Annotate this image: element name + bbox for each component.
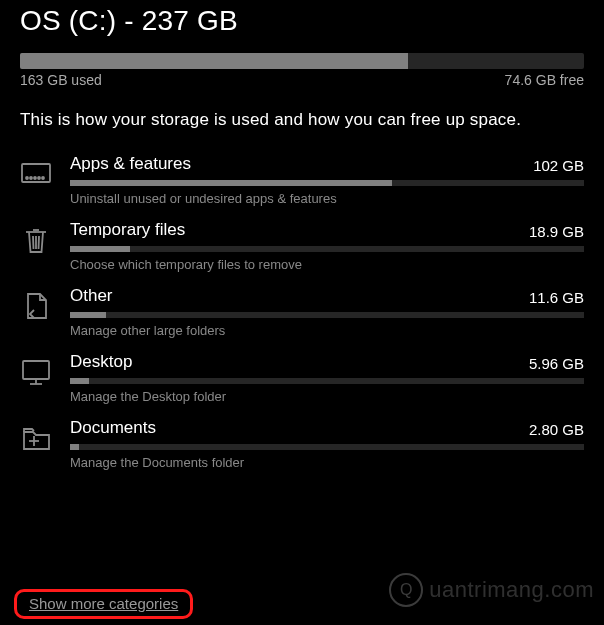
storage-usage-bar-used xyxy=(20,53,408,69)
category-name: Temporary files xyxy=(70,220,185,240)
annotation-highlight: Show more categories xyxy=(14,589,193,619)
storage-free-label: 74.6 GB free xyxy=(505,72,584,88)
category-size: 5.96 GB xyxy=(529,355,584,372)
watermark-text: uantrimang.com xyxy=(429,577,594,603)
category-size: 18.9 GB xyxy=(529,223,584,240)
desktop-icon xyxy=(20,352,70,388)
category-header: Desktop5.96 GB xyxy=(70,352,584,372)
category-body: Documents2.80 GBManage the Documents fol… xyxy=(70,418,584,470)
category-body: Apps & features102 GBUninstall unused or… xyxy=(70,154,584,206)
category-header: Other11.6 GB xyxy=(70,286,584,306)
category-bar-fill xyxy=(70,246,130,252)
page-title: OS (C:) - 237 GB xyxy=(20,0,584,47)
watermark: Q uantrimang.com xyxy=(389,573,594,607)
storage-usage-labels: 163 GB used 74.6 GB free xyxy=(20,72,584,88)
category-name: Desktop xyxy=(70,352,132,372)
storage-used-label: 163 GB used xyxy=(20,72,102,88)
apps-icon xyxy=(20,154,70,190)
documents-icon xyxy=(20,418,70,454)
category-documents[interactable]: Documents2.80 GBManage the Documents fol… xyxy=(20,418,584,484)
other-icon xyxy=(20,286,70,322)
svg-point-2 xyxy=(30,177,32,179)
category-description: Manage other large folders xyxy=(70,323,584,338)
svg-point-5 xyxy=(42,177,44,179)
category-other[interactable]: Other11.6 GBManage other large folders xyxy=(20,286,584,352)
category-bar xyxy=(70,180,584,186)
category-header: Apps & features102 GB xyxy=(70,154,584,174)
category-apps-features[interactable]: Apps & features102 GBUninstall unused or… xyxy=(20,154,584,220)
category-size: 102 GB xyxy=(533,157,584,174)
category-description: Manage the Desktop folder xyxy=(70,389,584,404)
category-bar-fill xyxy=(70,312,106,318)
category-body: Other11.6 GBManage other large folders xyxy=(70,286,584,338)
category-bar xyxy=(70,444,584,450)
category-body: Temporary files18.9 GBChoose which tempo… xyxy=(70,220,584,272)
category-temporary-files[interactable]: Temporary files18.9 GBChoose which tempo… xyxy=(20,220,584,286)
show-more-categories-link[interactable]: Show more categories xyxy=(29,595,178,612)
trash-icon xyxy=(20,220,70,256)
category-bar xyxy=(70,246,584,252)
svg-point-3 xyxy=(34,177,36,179)
category-size: 11.6 GB xyxy=(529,289,584,306)
svg-rect-9 xyxy=(23,361,49,379)
svg-line-8 xyxy=(39,236,40,249)
category-desktop[interactable]: Desktop5.96 GBManage the Desktop folder xyxy=(20,352,584,418)
storage-usage-bar xyxy=(20,53,584,69)
category-bar-fill xyxy=(70,180,392,186)
category-bar xyxy=(70,378,584,384)
watermark-bulb-icon: Q xyxy=(389,573,423,607)
category-body: Desktop5.96 GBManage the Desktop folder xyxy=(70,352,584,404)
category-bar-fill xyxy=(70,378,89,384)
category-description: Choose which temporary files to remove xyxy=(70,257,584,272)
category-bar-fill xyxy=(70,444,79,450)
category-description: Manage the Documents folder xyxy=(70,455,584,470)
category-description: Uninstall unused or undesired apps & fea… xyxy=(70,191,584,206)
category-header: Temporary files18.9 GB xyxy=(70,220,584,240)
category-name: Apps & features xyxy=(70,154,191,174)
storage-intro-text: This is how your storage is used and how… xyxy=(20,110,584,130)
category-name: Other xyxy=(70,286,113,306)
category-name: Documents xyxy=(70,418,156,438)
svg-point-4 xyxy=(38,177,40,179)
category-header: Documents2.80 GB xyxy=(70,418,584,438)
category-bar xyxy=(70,312,584,318)
category-size: 2.80 GB xyxy=(529,421,584,438)
category-list: Apps & features102 GBUninstall unused or… xyxy=(20,154,584,484)
svg-line-6 xyxy=(33,236,34,249)
svg-point-1 xyxy=(26,177,28,179)
